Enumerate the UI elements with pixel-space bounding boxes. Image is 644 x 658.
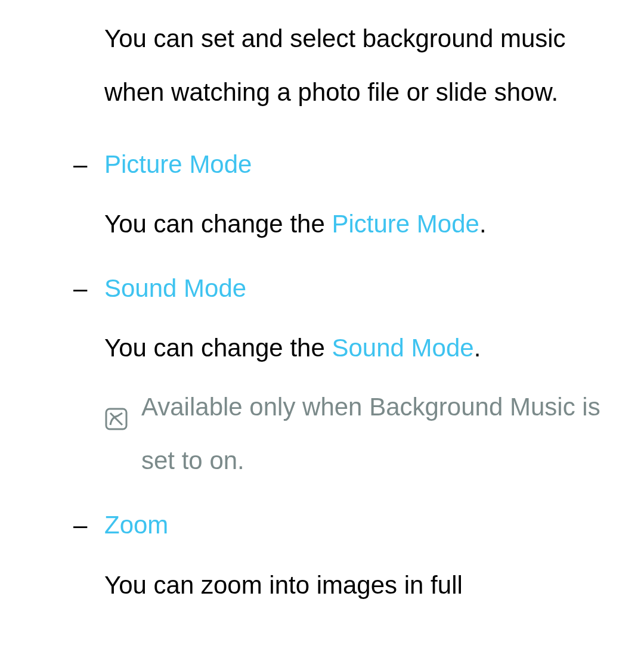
note-row: Available only when Background Music is … bbox=[104, 380, 620, 488]
list-dash: – bbox=[73, 262, 87, 315]
item-body-picture-mode: You can change the Picture Mode. bbox=[104, 197, 620, 251]
document-content: You can set and select background music … bbox=[0, 12, 644, 612]
body-prefix: You can change the bbox=[104, 334, 332, 362]
list-item-sound-mode: – Sound Mode You can change the Sound Mo… bbox=[104, 262, 620, 488]
body-suffix: . bbox=[479, 210, 487, 238]
item-body-sound-mode: You can change the Sound Mode. bbox=[104, 321, 620, 375]
item-title-zoom: Zoom bbox=[104, 498, 620, 552]
item-body-zoom: You can zoom into images in full bbox=[104, 558, 620, 612]
item-title-sound-mode: Sound Mode bbox=[104, 262, 620, 315]
inline-term-picture-mode: Picture Mode bbox=[332, 210, 479, 238]
item-title-picture-mode: Picture Mode bbox=[104, 138, 620, 191]
intro-paragraph: You can set and select background music … bbox=[104, 12, 620, 120]
list-item-picture-mode: – Picture Mode You can change the Pictur… bbox=[104, 138, 620, 252]
list-dash: – bbox=[73, 138, 87, 191]
note-text: Available only when Background Music is … bbox=[141, 380, 620, 488]
note-icon bbox=[104, 396, 128, 420]
body-suffix: . bbox=[474, 334, 481, 362]
list-item-zoom: – Zoom You can zoom into images in full bbox=[104, 498, 620, 612]
body-prefix: You can change the bbox=[104, 210, 332, 238]
inline-term-sound-mode: Sound Mode bbox=[332, 334, 473, 362]
list-dash: – bbox=[73, 498, 87, 552]
